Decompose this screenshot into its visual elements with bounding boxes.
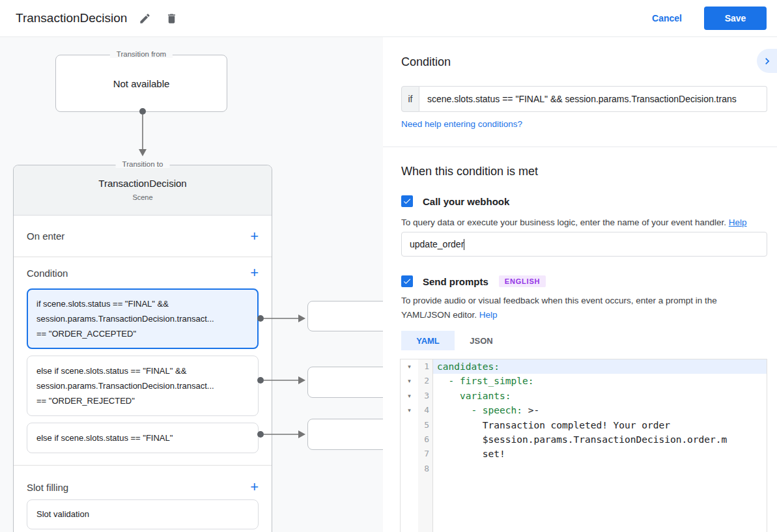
condition-expression-row: if (401, 86, 767, 112)
panel-divider (383, 147, 777, 147)
yaml-text: set! (437, 449, 505, 459)
code-line: - speech: >- (433, 403, 767, 417)
transition-arrow (136, 107, 149, 160)
scene-header: TransactionDecision Scene (14, 165, 272, 216)
editor-code-area[interactable]: candidates: - first_simple: variants: - … (433, 359, 767, 532)
edit-title-button[interactable] (136, 10, 154, 27)
condition-line: if scene.slots.status == "FINAL" && (36, 296, 249, 311)
fold-toggle-icon[interactable]: ▾ (401, 374, 418, 388)
condition-line: else if scene.slots.status == "FINAL" && (36, 363, 249, 378)
delete-scene-button[interactable] (163, 10, 180, 27)
transition-from-value: Not available (56, 55, 227, 111)
tab-yaml[interactable]: YAML (401, 331, 455, 350)
line-number: 7 (418, 447, 432, 461)
condition-card-order-rejected[interactable]: else if scene.slots.status == "FINAL" &&… (27, 356, 259, 416)
code-line: candidates: (433, 359, 767, 374)
condition-connector-2 (257, 375, 309, 385)
yaml-key: - first_simple: (437, 376, 533, 386)
webhook-helper-body: To query data or execute your business l… (401, 217, 726, 227)
yaml-key: variants: (437, 391, 511, 401)
panel-title: Condition (401, 55, 451, 69)
condition-line: == "ORDER_ACCEPTED" (36, 326, 249, 341)
page-title: TransactionDecision (16, 11, 127, 25)
scene-name: TransactionDecision (14, 178, 272, 189)
top-bar: TransactionDecision Cancel Save (0, 0, 777, 37)
yaml-text: >- (528, 405, 539, 415)
condition-help-link[interactable]: Need help entering conditions? (401, 119, 522, 129)
transition-to-box: Transition to TransactionDecision Scene … (13, 165, 272, 532)
code-line: $session.params.TransactionDecision.orde… (433, 432, 767, 447)
top-bar-actions: Cancel Save (652, 7, 767, 30)
condition-line: == "ORDER_REJECTED" (36, 393, 249, 408)
yaml-text: Transaction completed! Your order (437, 420, 670, 430)
yaml-key: candidates: (437, 361, 500, 372)
condition-line: session.params.TransactionDecision.trans… (36, 378, 249, 393)
trash-icon (165, 12, 178, 25)
line-number: 2 (418, 374, 432, 388)
code-line: Transaction completed! Your order (433, 418, 767, 432)
condition-line: session.params.TransactionDecision.trans… (36, 311, 249, 326)
condition-section: Condition + if scene.slots.status == "FI… (14, 257, 272, 466)
add-condition-button[interactable]: + (250, 266, 259, 280)
send-prompts-row: Send prompts ENGLISH (401, 275, 546, 287)
webhook-label: Call your webhook (423, 196, 509, 207)
if-label: if (401, 86, 419, 112)
add-slot-button[interactable]: + (250, 480, 259, 494)
save-button[interactable]: Save (704, 7, 767, 30)
condition-card-final[interactable]: else if scene.slots.status == "FINAL" (27, 423, 259, 453)
yaml-key: - speech: (437, 405, 528, 415)
webhook-checkbox[interactable] (401, 195, 413, 207)
webhook-help-link[interactable]: Help (729, 217, 747, 227)
check-icon (403, 197, 412, 206)
fold-toggle-icon[interactable]: ▾ (401, 403, 418, 417)
transition-target-box[interactable] (307, 419, 383, 450)
webhook-toggle-row: Call your webhook (401, 195, 509, 207)
line-number: 4 (418, 403, 432, 417)
prompts-helper-body: To provide audio or visual feedback when… (401, 296, 717, 320)
scene-editor: TransactionDecision Cancel Save Transiti… (0, 0, 777, 532)
transition-from-box: Transition from Not available (55, 55, 227, 112)
language-badge: ENGLISH (499, 275, 546, 287)
yaml-editor[interactable]: ▾1 ▾2 ▾3 ▾4 5 6 7 8 candidates: - first_… (400, 359, 767, 532)
send-prompts-label: Send prompts (423, 276, 488, 287)
cancel-button[interactable]: Cancel (652, 13, 682, 23)
webhook-handler-input[interactable]: update_order (401, 232, 767, 257)
webhook-handler-value: update_order (410, 239, 464, 249)
line-number: 3 (418, 389, 432, 403)
add-on-enter-button[interactable]: + (250, 229, 259, 244)
webhook-helper-text: To query data or execute your business l… (401, 216, 747, 230)
code-line (433, 462, 767, 476)
slot-validation-card[interactable]: Slot validation (27, 499, 259, 529)
tab-json[interactable]: JSON (455, 331, 508, 350)
condition-section-label: Condition (27, 268, 68, 279)
editor-gutter: ▾1 ▾2 ▾3 ▾4 5 6 7 8 (401, 359, 433, 532)
line-number: 8 (418, 462, 432, 476)
condition-line: else if scene.slots.status == "FINAL" (36, 430, 249, 445)
slot-filling-label: Slot filling (27, 482, 68, 493)
slot-filling-section: Slot filling + Slot validation (14, 466, 272, 529)
line-number: 5 (418, 418, 432, 432)
collapse-panel-button[interactable] (757, 49, 777, 73)
line-number: 1 (418, 359, 432, 374)
chevron-right-icon (761, 55, 774, 68)
condition-card-order-accepted[interactable]: if scene.slots.status == "FINAL" && sess… (27, 288, 259, 349)
check-icon (403, 277, 412, 286)
transition-target-box[interactable] (307, 367, 383, 398)
send-prompts-checkbox[interactable] (401, 275, 413, 287)
condition-connector-3 (257, 429, 309, 440)
on-enter-label: On enter (27, 231, 64, 242)
prompts-help-link[interactable]: Help (479, 310, 498, 320)
scene-type: Scene (14, 193, 272, 201)
text-caret (464, 239, 464, 250)
condition-expression-input[interactable] (419, 86, 767, 112)
condition-connector-1 (257, 313, 309, 324)
code-line: - first_simple: (433, 374, 767, 388)
when-condition-met-title: When this condition is met (401, 165, 538, 178)
line-number: 6 (418, 432, 432, 447)
pencil-icon (139, 12, 151, 25)
fold-toggle-icon[interactable]: ▾ (401, 359, 418, 374)
fold-toggle-icon[interactable]: ▾ (401, 389, 418, 403)
transition-target-box[interactable] (307, 301, 383, 331)
editor-format-tabs: YAML JSON (401, 331, 508, 350)
on-enter-section: On enter + (14, 216, 272, 257)
